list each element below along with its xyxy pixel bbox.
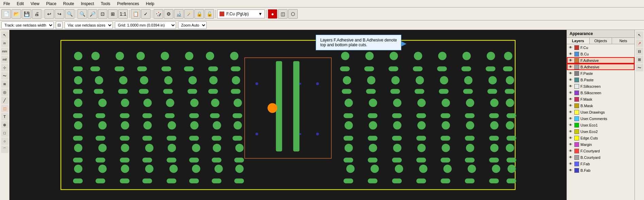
zoom-select[interactable]: Zoom Auto bbox=[178, 21, 207, 29]
layer-visibility-icon[interactable]: 👁 bbox=[568, 97, 573, 102]
draw-rect-tool[interactable]: □ bbox=[1, 129, 8, 137]
layer-visibility-icon[interactable]: 👁 bbox=[568, 45, 573, 50]
layer-row-edge-cuts[interactable]: 👁Edge.Cuts bbox=[567, 135, 634, 141]
print-button[interactable]: 🖨 bbox=[32, 9, 41, 19]
layer-visibility-icon[interactable]: 👁 bbox=[568, 103, 573, 108]
mil-tool[interactable]: mil bbox=[1, 56, 8, 63]
menu-help[interactable]: Help bbox=[144, 1, 156, 7]
layer-row-margin[interactable]: 👁Margin bbox=[567, 141, 634, 148]
select-tool[interactable]: ↖ bbox=[1, 31, 8, 39]
connect-tool-rt[interactable]: ⊞ bbox=[636, 56, 643, 63]
layer-row-f-mask[interactable]: 👁F.Mask bbox=[567, 96, 634, 102]
netlist-tool-rt[interactable]: ⊟ bbox=[636, 48, 643, 55]
undo-button[interactable]: ↩ bbox=[45, 9, 54, 19]
track-width-select[interactable]: Track: use netclass width bbox=[1, 21, 54, 29]
menu-inspect[interactable]: Inspect bbox=[79, 1, 96, 7]
layer-row-user-drawings[interactable]: 👁User.Drawings bbox=[567, 109, 634, 115]
3d-button[interactable]: 🎲 bbox=[154, 9, 163, 19]
layer-row-b-silkscreen[interactable]: 👁B.Silkscreen bbox=[567, 89, 634, 96]
save-button[interactable]: 💾 bbox=[22, 9, 31, 19]
tab-layers[interactable]: Layers bbox=[567, 38, 590, 44]
layer-row-f-cu[interactable]: 👁F.Cu bbox=[567, 44, 634, 51]
open-button[interactable]: 📂 bbox=[12, 9, 21, 19]
zoom-in-button[interactable]: 🔍 bbox=[77, 9, 87, 19]
layer-row-b-cu[interactable]: 👁B.Cu bbox=[567, 51, 634, 57]
layer-visibility-icon[interactable]: 👁 bbox=[568, 149, 573, 153]
layer-visibility-icon[interactable]: 👁 bbox=[568, 136, 573, 140]
via-tool[interactable]: ◎ bbox=[1, 88, 8, 96]
add-fp-tool[interactable]: ⊕ bbox=[1, 121, 8, 129]
layer-row-f-courtyard[interactable]: 👁F.Courtyard bbox=[567, 148, 634, 154]
layer-visibility-icon[interactable]: 👁 bbox=[568, 116, 573, 121]
search-button[interactable]: 🔍 bbox=[65, 9, 74, 19]
layer-row-f-silkscreen[interactable]: 👁F.Silkscreen bbox=[567, 83, 634, 89]
via-size-select[interactable]: Via: use netclass sizes bbox=[65, 21, 113, 29]
tab-nets[interactable]: Nets bbox=[612, 38, 634, 44]
layer-visibility-icon[interactable]: 👁 bbox=[568, 78, 573, 82]
layer-row-user-comments[interactable]: 👁User.Comments bbox=[567, 115, 634, 122]
zoom-100-button[interactable]: 1:1 bbox=[118, 9, 128, 19]
footprint-wizard-button[interactable]: 🪄 bbox=[184, 9, 194, 19]
draw-line-tool[interactable]: ╱ bbox=[1, 97, 8, 104]
track-width-icon[interactable]: ⊟ bbox=[56, 21, 63, 29]
cursor-tool-rt[interactable]: ↖ bbox=[636, 31, 643, 39]
draw-circle-tool[interactable]: ○ bbox=[1, 137, 8, 145]
layer-row-f-adhesive[interactable]: 👁F.Adhesive bbox=[567, 57, 634, 64]
layer-row-f-paste[interactable]: 👁F.Paste bbox=[567, 70, 634, 77]
zoom-fit-button[interactable]: ⊡ bbox=[98, 9, 107, 19]
highlight-tool-rt[interactable]: ↗ bbox=[636, 39, 643, 47]
layer-row-user-eco1[interactable]: 👁User.Eco1 bbox=[567, 122, 634, 128]
layer-visibility-icon[interactable]: 👁 bbox=[568, 90, 573, 95]
net-inspector-button[interactable]: 🔬 bbox=[174, 9, 184, 19]
lock-button[interactable]: 🔒 bbox=[194, 9, 204, 19]
layer-row-f-fab[interactable]: 👁F.Fab bbox=[567, 161, 634, 167]
mm-tool[interactable]: mm bbox=[1, 48, 8, 55]
add-text-tool[interactable]: T bbox=[1, 113, 8, 120]
layer-row-b-paste[interactable]: 👁B.Paste bbox=[567, 77, 634, 83]
layer-visibility-icon[interactable]: 👁 bbox=[568, 84, 573, 89]
menu-view[interactable]: View bbox=[29, 1, 41, 7]
zoom-out-button[interactable]: 🔎 bbox=[88, 9, 97, 19]
extra-button1[interactable]: ◫ bbox=[278, 9, 288, 19]
pcb-canvas-area[interactable]: Layers F.Adhesive and B.Adhesive denote … bbox=[10, 30, 567, 200]
layer-row-b-fab[interactable]: 👁B.Fab bbox=[567, 167, 634, 173]
layer-visibility-icon[interactable]: 👁 bbox=[568, 65, 573, 69]
layer-visibility-icon[interactable]: 👁 bbox=[568, 71, 573, 76]
layer-visibility-icon[interactable]: 👁 bbox=[568, 52, 573, 56]
tab-objects[interactable]: Objects bbox=[590, 38, 612, 44]
new-button[interactable]: 📄 bbox=[1, 9, 11, 19]
drc-button[interactable]: ✓ bbox=[141, 9, 151, 19]
add-zone-tool[interactable]: ◫ bbox=[1, 105, 8, 112]
route-tool[interactable]: 〜 bbox=[1, 72, 8, 80]
menu-edit[interactable]: Edit bbox=[15, 1, 26, 7]
menu-place[interactable]: Place bbox=[44, 1, 58, 7]
layer-visibility-icon[interactable]: 👁 bbox=[568, 123, 573, 128]
layer-visibility-icon[interactable]: 👁 bbox=[568, 162, 573, 166]
layer-row-user-eco2[interactable]: 👁User.Eco2 bbox=[567, 128, 634, 135]
layer-visibility-icon[interactable]: 👁 bbox=[568, 155, 573, 160]
redo-button[interactable]: ↪ bbox=[55, 9, 64, 19]
menu-file[interactable]: File bbox=[1, 1, 12, 7]
grid-select[interactable]: Grid: 1.0000 mm (0.0394 in) bbox=[115, 21, 176, 29]
zoom-area-button[interactable]: ⊞ bbox=[108, 9, 118, 19]
wave-tool-rt[interactable]: 〜 bbox=[636, 64, 643, 71]
netlist-button[interactable]: 📋 bbox=[131, 9, 140, 19]
pointer-tool[interactable]: ⊹ bbox=[1, 64, 8, 71]
extra-button2[interactable]: ⬡ bbox=[288, 9, 298, 19]
highlight-net-button[interactable]: ● bbox=[268, 9, 277, 19]
layer-row-b-mask[interactable]: 👁B.Mask bbox=[567, 102, 634, 109]
diff-route-tool[interactable]: ≋ bbox=[1, 80, 8, 88]
layer-visibility-icon[interactable]: 👁 bbox=[568, 58, 573, 63]
menu-tools[interactable]: Tools bbox=[99, 1, 112, 7]
layer-visibility-icon[interactable]: 👁 bbox=[568, 110, 573, 115]
menu-route[interactable]: Route bbox=[61, 1, 76, 7]
board-setup-button[interactable]: ⚙ bbox=[164, 9, 173, 19]
draw-arc-tool[interactable]: ⌒ bbox=[1, 146, 8, 153]
layer-row-b-adhesive[interactable]: 👁B.Adhesive bbox=[567, 64, 634, 70]
unlock-button[interactable]: 🔓 bbox=[205, 9, 214, 19]
layer-visibility-icon[interactable]: 👁 bbox=[568, 168, 573, 173]
layer-visibility-icon[interactable]: 👁 bbox=[568, 129, 573, 134]
ruler-tool[interactable]: in bbox=[1, 39, 8, 47]
layer-selector[interactable]: F.Cu (PgUp) ▼ bbox=[217, 10, 265, 18]
layer-row-b-courtyard[interactable]: 👁B.Courtyard bbox=[567, 154, 634, 161]
